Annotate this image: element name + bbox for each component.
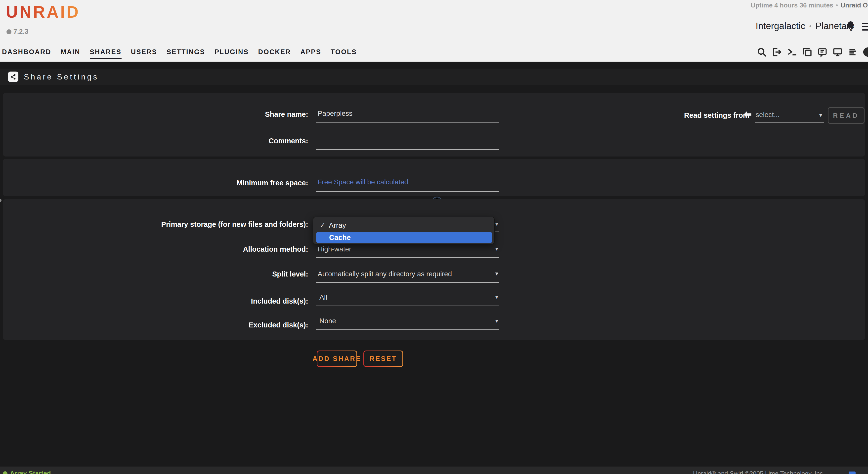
chevron-down-icon: ▼ (494, 318, 499, 324)
os-edition: Unraid OS (840, 1, 868, 9)
min-free-space-input[interactable] (316, 177, 499, 192)
included-disks-value[interactable]: All (319, 294, 327, 301)
log-icon[interactable] (847, 46, 858, 58)
dropdown-option-array[interactable]: ✓ Array (320, 220, 346, 231)
allocation-method-value[interactable]: High-water (318, 245, 351, 253)
dropdown-option-cache[interactable]: Cache (316, 232, 492, 243)
uptime-line: Uptime 4 hours 36 minutes•Unraid OSStart… (751, 1, 868, 9)
allocation-method-underline (316, 258, 499, 258)
array-status-text: Array Started (10, 470, 51, 474)
monitor-icon[interactable] (832, 46, 843, 58)
arrow-left-icon (743, 110, 752, 119)
read-settings-select[interactable]: select... ▼ (755, 110, 824, 123)
reset-button-label: RESET (364, 351, 402, 366)
nav-toolbar (756, 42, 868, 62)
nav-item-dashboard[interactable]: DASHBOARD (2, 48, 51, 56)
uptime-text: Uptime 4 hours 36 minutes (751, 1, 833, 9)
primary-storage-dropdown: ✓ Array Cache (313, 216, 495, 244)
footer-bar: Array Started Unraid® and Swirl ©2005 Li… (0, 467, 868, 474)
split-level-underline (316, 282, 499, 283)
server-name[interactable]: Intergalactic (756, 21, 805, 31)
reset-button[interactable]: RESET (363, 350, 403, 367)
comments-label: Comments: (99, 137, 308, 145)
page-title-bar: Share Settings (0, 69, 868, 85)
hamburger-menu-icon[interactable] (862, 23, 868, 33)
chevron-down-icon: ▼ (494, 271, 499, 277)
version-indicator: 7.2.3 (6, 28, 28, 36)
feedback-icon[interactable] (817, 46, 828, 58)
nav-item-users[interactable]: USERS (131, 48, 157, 56)
copy-icon[interactable] (802, 46, 813, 58)
user-circle-icon[interactable] (862, 46, 868, 58)
chevron-down-icon: ▼ (494, 294, 499, 300)
bell-icon[interactable] (846, 21, 855, 31)
edge-dot (0, 199, 1, 202)
dropdown-option-label: Array (329, 222, 346, 230)
page-title: Share Settings (24, 72, 99, 81)
main-nav: DASHBOARD MAIN SHARES USERS SETTINGS PLU… (0, 42, 868, 62)
version-dot-icon (6, 29, 11, 34)
share-nodes-icon[interactable] (8, 72, 19, 82)
array-status: Array Started (3, 470, 51, 474)
status-dot-icon (3, 471, 7, 474)
sign-out-icon[interactable] (771, 46, 782, 58)
read-settings-label: Read settings from (684, 111, 749, 120)
unraid-logo[interactable]: UNRAID (6, 2, 80, 21)
nav-item-plugins[interactable]: PLUGINS (215, 48, 249, 56)
chevron-down-icon: ▼ (494, 246, 499, 252)
separator-dot: • (836, 1, 838, 9)
nav-item-tools[interactable]: TOOLS (331, 48, 357, 56)
split-level-label: Split level: (99, 270, 308, 278)
split-level-value[interactable]: Automatically split any directory as req… (318, 270, 452, 278)
add-share-button-label: ADD SHARE (317, 351, 356, 366)
nav-item-shares[interactable]: SHARES (90, 48, 122, 56)
share-name-input[interactable] (316, 109, 499, 123)
primary-storage-label: Primary storage (for new files and folde… (99, 221, 308, 229)
read-settings-select-value: select... (756, 111, 779, 119)
check-icon: ✓ (320, 222, 326, 229)
included-disks-underline (316, 306, 499, 306)
excluded-disks-underline (316, 330, 499, 330)
unraid-share-settings-screen: UNRAID 7.2.3 Uptime 4 hours 36 minutes•U… (0, 0, 868, 474)
dropdown-option-label: Cache (329, 234, 351, 242)
share-name-label: Share name: (99, 110, 308, 118)
read-button[interactable]: READ (828, 107, 865, 124)
server-identity: Intergalactic • Planetary (756, 21, 854, 31)
included-disks-label: Included disk(s): (99, 297, 308, 305)
min-free-space-label: Minimum free space: (99, 179, 308, 187)
nav-item-main[interactable]: MAIN (61, 48, 80, 56)
comments-input[interactable] (316, 135, 499, 150)
chevron-down-icon: ▼ (494, 221, 499, 227)
version-label: 7.2.3 (13, 28, 28, 36)
copyright-text: Unraid® and Swirl ©2005 Lime Technology,… (693, 470, 825, 474)
chevron-down-icon: ▼ (818, 112, 823, 118)
nav-item-settings[interactable]: SETTINGS (166, 48, 205, 56)
allocation-method-label: Allocation method: (99, 245, 308, 253)
search-icon[interactable] (756, 46, 767, 58)
nav-item-apps[interactable]: APPS (301, 48, 321, 56)
add-share-button[interactable]: ADD SHARE (317, 350, 357, 367)
excluded-disks-label: Excluded disk(s): (99, 321, 308, 329)
nav-item-docker[interactable]: DOCKER (258, 48, 291, 56)
separator-dot: • (809, 22, 812, 30)
terminal-icon[interactable] (786, 46, 798, 58)
excluded-disks-value[interactable]: None (319, 317, 336, 325)
footer-blue-chip (848, 472, 856, 474)
